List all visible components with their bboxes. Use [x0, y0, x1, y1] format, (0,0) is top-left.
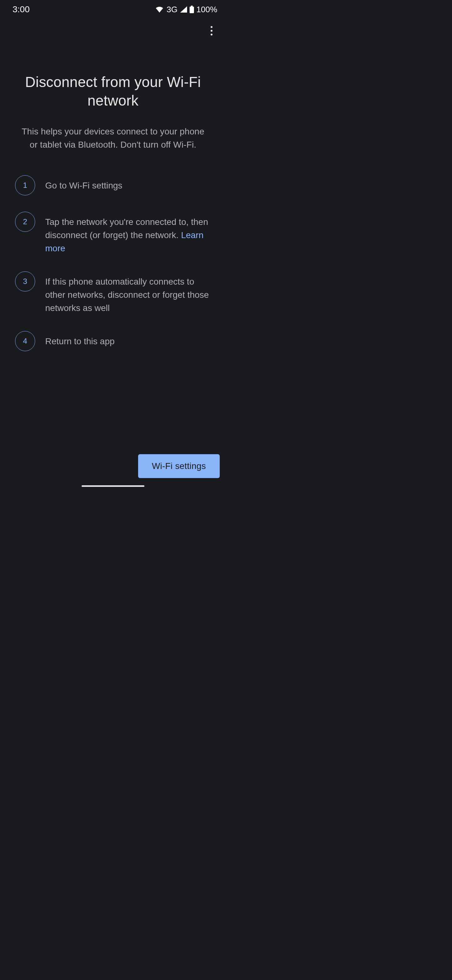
step-item: 2 Tap the network you're connected to, t…	[15, 211, 211, 255]
step-number-badge: 3	[15, 271, 35, 291]
status-time: 3:00	[13, 5, 30, 14]
more-vert-icon	[211, 25, 213, 37]
network-label: 3G	[167, 5, 178, 14]
step-item: 1 Go to Wi-Fi settings	[15, 175, 211, 196]
step-text: Tap the network you're connected to, the…	[45, 211, 211, 255]
svg-rect-1	[190, 6, 194, 13]
step-text: Go to Wi-Fi settings	[45, 175, 122, 192]
step-number-badge: 4	[15, 331, 35, 351]
wifi-icon	[155, 6, 163, 13]
step-number-badge: 2	[15, 212, 35, 232]
battery-icon	[190, 6, 194, 13]
step-text: Return to this app	[45, 331, 114, 348]
home-indicator[interactable]	[82, 485, 144, 487]
main-content: Disconnect from your Wi-Fi network This …	[0, 38, 226, 351]
bottom-action-bar: Wi-Fi settings	[0, 454, 226, 478]
page-subtitle: This helps your devices connect to your …	[15, 125, 211, 151]
step-number-badge: 1	[15, 175, 35, 196]
overflow-menu-button[interactable]	[204, 23, 219, 38]
page-title: Disconnect from your Wi-Fi network	[15, 73, 211, 110]
status-bar: 3:00 3G 100%	[0, 0, 226, 18]
step-item: 4 Return to this app	[15, 331, 211, 351]
step-text: If this phone automatically connects to …	[45, 271, 211, 315]
app-bar	[0, 18, 226, 38]
battery-percentage: 100%	[197, 5, 217, 14]
cellular-signal-icon	[180, 6, 187, 13]
svg-rect-0	[191, 6, 193, 6]
steps-list: 1 Go to Wi-Fi settings 2 Tap the network…	[15, 175, 211, 351]
status-right-group: 3G 100%	[155, 5, 217, 14]
step-item: 3 If this phone automatically connects t…	[15, 271, 211, 315]
wifi-settings-button[interactable]: Wi-Fi settings	[138, 454, 220, 478]
